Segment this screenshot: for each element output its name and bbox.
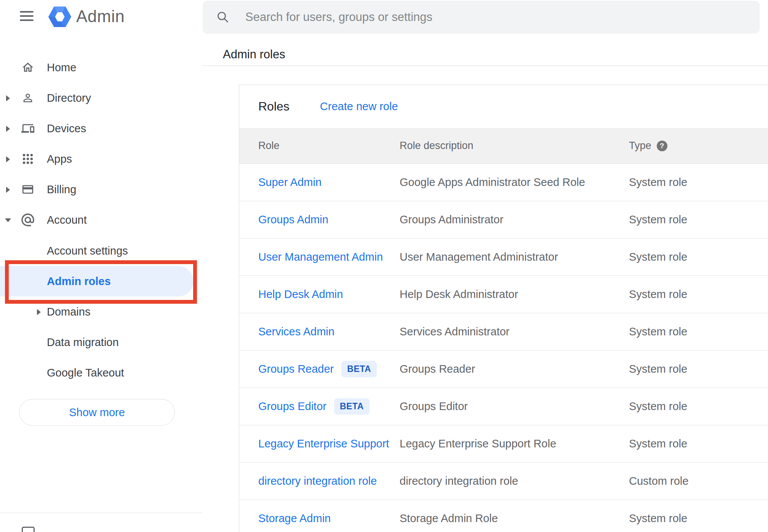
- role-cell: Services Admin: [258, 313, 334, 350]
- role-type-cell: System role: [629, 425, 687, 462]
- role-description-cell: Google Apps Administrator Seed Role: [400, 164, 585, 201]
- role-type-text: System role: [629, 176, 687, 189]
- role-cell: User Management Admin: [258, 239, 383, 276]
- role-type-text: System role: [629, 288, 687, 301]
- role-type-cell: Custom role: [629, 463, 688, 500]
- table-row: Services AdminServices AdministratorSyst…: [239, 313, 768, 351]
- sidebar-item-data-migration[interactable]: Data migration: [0, 327, 202, 357]
- sidebar-item-label: Devices: [47, 122, 86, 135]
- sidebar-item-directory[interactable]: Directory: [0, 83, 202, 113]
- sidebar-item-domains[interactable]: Domains: [0, 296, 202, 327]
- sidebar-item-billing[interactable]: Billing: [0, 174, 202, 205]
- role-cell: Legacy Enterprise Support: [258, 425, 389, 462]
- column-header-type: Type ?: [629, 128, 667, 163]
- menu-hamburger-icon[interactable]: [20, 11, 34, 21]
- sidebar-item-label: Account settings: [47, 245, 128, 257]
- role-description-text: Google Apps Administrator Seed Role: [400, 176, 585, 189]
- role-description-cell: Storage Admin Role: [400, 500, 498, 532]
- sidebar-item-label: Data migration: [47, 336, 119, 349]
- role-type-text: System role: [629, 325, 687, 338]
- admin-logo-icon: [48, 6, 71, 28]
- role-type-text: System role: [629, 251, 687, 263]
- role-description-text: User Management Administrator: [400, 251, 558, 263]
- role-link[interactable]: Super Admin: [258, 176, 322, 189]
- expand-arrow-icon[interactable]: [6, 126, 10, 132]
- role-description-cell: Groups Reader: [400, 351, 475, 388]
- table-row: Storage AdminStorage Admin RoleSystem ro…: [239, 500, 768, 532]
- role-link[interactable]: Help Desk Admin: [258, 288, 343, 301]
- role-link[interactable]: Legacy Enterprise Support: [258, 437, 389, 450]
- beta-badge: BETA: [341, 361, 377, 377]
- sidebar-item-label: Account: [47, 214, 87, 226]
- role-description-text: Help Desk Administrator: [400, 288, 518, 301]
- sidebar-item-admin-roles[interactable]: Admin roles: [0, 266, 202, 296]
- expand-arrow-icon[interactable]: [6, 187, 10, 193]
- sidebar-bottom-partial-icon: [22, 527, 35, 532]
- sidebar-item-label: Home: [47, 61, 76, 74]
- roles-card-header: Roles Create new role: [239, 85, 768, 128]
- sidebar-item-account-settings[interactable]: Account settings: [0, 236, 202, 266]
- search-placeholder: Search for users, groups or settings: [245, 1, 432, 34]
- role-link[interactable]: User Management Admin: [258, 251, 383, 263]
- role-link[interactable]: Storage Admin: [258, 512, 331, 525]
- role-link[interactable]: directory integration role: [258, 475, 377, 487]
- sidebar-item-google-takeout[interactable]: Google Takeout: [0, 357, 202, 388]
- sidebar-item-devices[interactable]: Devices: [0, 113, 202, 144]
- sidebar-item-label: Google Takeout: [47, 367, 124, 379]
- collapse-arrow-icon[interactable]: [5, 218, 11, 222]
- sidebar-item-label: Admin roles: [47, 275, 111, 288]
- expand-arrow-icon[interactable]: [37, 309, 41, 315]
- role-type-text: System role: [629, 400, 687, 413]
- sidebar-item-apps[interactable]: Apps: [0, 144, 202, 174]
- role-type-cell: System role: [629, 239, 687, 276]
- role-type-cell: System role: [629, 276, 687, 313]
- admin-console-screen: Admin HomeDirectoryDevicesAppsBillingAcc…: [0, 0, 768, 532]
- at-icon: [20, 212, 33, 225]
- role-description-text: Storage Admin Role: [400, 512, 498, 525]
- role-type-cell: System role: [629, 164, 687, 201]
- sidebar-item-label: Directory: [47, 92, 91, 104]
- role-type-cell: System role: [629, 313, 687, 350]
- table-row: Groups EditorBETAGroups EditorSystem rol…: [239, 388, 768, 425]
- sidebar-item-account[interactable]: Account: [0, 205, 202, 235]
- role-cell: Help Desk Admin: [258, 276, 343, 313]
- role-description-cell: Services Administrator: [400, 313, 510, 350]
- role-type-text: Custom role: [629, 475, 688, 487]
- role-description-cell: Help Desk Administrator: [400, 276, 518, 313]
- role-link[interactable]: Groups Reader: [258, 363, 334, 375]
- show-more-button[interactable]: Show more: [19, 399, 175, 426]
- breadcrumb: Admin roles: [223, 46, 285, 63]
- card-icon: [21, 183, 34, 196]
- devices-icon: [21, 122, 34, 135]
- roles-table-body: Super AdminGoogle Apps Administrator See…: [239, 164, 768, 532]
- role-description-text: Groups Administrator: [400, 213, 503, 226]
- expand-arrow-icon[interactable]: [6, 95, 10, 101]
- role-description-cell: Groups Editor: [400, 388, 468, 425]
- role-link[interactable]: Groups Admin: [258, 213, 328, 226]
- role-cell: Storage Admin: [258, 500, 331, 532]
- help-icon[interactable]: ?: [657, 141, 667, 151]
- search-bar[interactable]: Search for users, groups or settings: [203, 1, 760, 34]
- role-link[interactable]: Groups Editor: [258, 400, 326, 413]
- role-description-cell: Legacy Enterprise Support Role: [400, 425, 556, 462]
- table-row: User Management AdminUser Management Adm…: [239, 239, 768, 276]
- role-type-text: System role: [629, 213, 687, 226]
- role-description-cell: Groups Administrator: [400, 201, 503, 238]
- role-type-text: System role: [629, 512, 687, 525]
- person-icon: [21, 91, 34, 104]
- sidebar-item-label: Apps: [47, 153, 72, 165]
- role-cell: Groups ReaderBETA: [258, 351, 377, 388]
- sidebar-item-home[interactable]: Home: [0, 52, 202, 83]
- expand-arrow-icon[interactable]: [6, 156, 10, 162]
- home-icon: [21, 61, 34, 74]
- beta-badge: BETA: [334, 398, 370, 415]
- apps-icon: [21, 152, 34, 165]
- create-new-role-link[interactable]: Create new role: [320, 100, 398, 113]
- table-row: Help Desk AdminHelp Desk AdministratorSy…: [239, 276, 768, 313]
- header-divider: [202, 66, 768, 66]
- table-row: Legacy Enterprise SupportLegacy Enterpri…: [239, 425, 768, 463]
- role-link[interactable]: Services Admin: [258, 325, 334, 338]
- role-type-cell: System role: [629, 201, 687, 238]
- role-type-cell: System role: [629, 351, 687, 388]
- role-type-text: System role: [629, 437, 687, 450]
